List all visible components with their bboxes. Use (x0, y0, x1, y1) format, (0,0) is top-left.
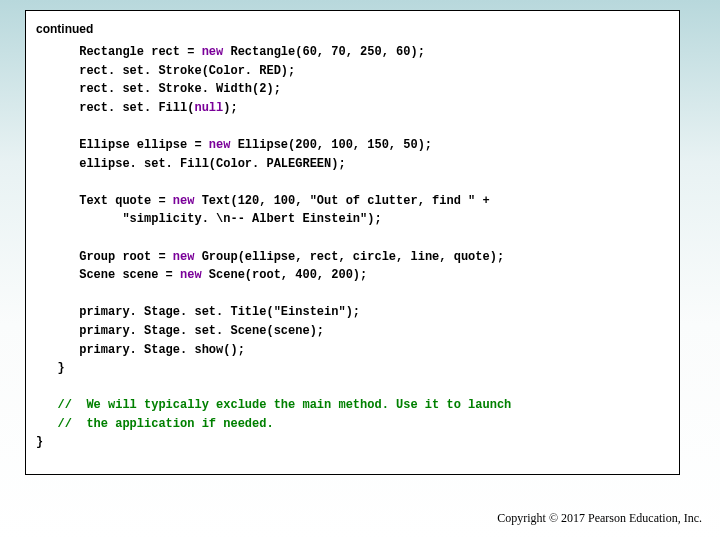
keyword-null: null (194, 101, 223, 115)
comment-line: // We will typically exclude the main me… (36, 398, 511, 412)
code-line: rect. set. Fill( (36, 101, 194, 115)
comment-line: // the application if needed. (36, 417, 274, 431)
keyword-new: new (209, 138, 231, 152)
code-line: primary. Stage. set. Title("Einstein"); (36, 305, 360, 319)
code-line: rect. set. Stroke. Width(2); (36, 82, 281, 96)
code-line: Text(120, 100, "Out of clutter, find " + (194, 194, 489, 208)
code-line: Rectangle rect = (36, 45, 202, 59)
code-line: Group(ellipse, rect, circle, line, quote… (194, 250, 504, 264)
code-line: Ellipse ellipse = (36, 138, 209, 152)
keyword-new: new (180, 268, 202, 282)
code-line: Group root = (36, 250, 173, 264)
code-line: Text quote = (36, 194, 173, 208)
code-line: Rectangle(60, 70, 250, 60); (223, 45, 425, 59)
code-line: rect. set. Stroke(Color. RED); (36, 64, 295, 78)
code-box: continued Rectangle rect = new Rectangle… (25, 10, 680, 475)
code-line: } (36, 361, 65, 375)
code-line: ); (223, 101, 237, 115)
code-line: primary. Stage. show(); (36, 343, 245, 357)
code-line: ellipse. set. Fill(Color. PALEGREEN); (36, 157, 346, 171)
code-line: Scene scene = (36, 268, 180, 282)
code-line: "simplicity. \n-- Albert Einstein"); (36, 212, 382, 226)
code-line: Ellipse(200, 100, 150, 50); (230, 138, 432, 152)
continued-label: continued (36, 22, 93, 36)
copyright-text: Copyright © 2017 Pearson Education, Inc. (497, 511, 702, 526)
code-line: } (36, 435, 43, 449)
code-line: primary. Stage. set. Scene(scene); (36, 324, 324, 338)
keyword-new: new (173, 250, 195, 264)
code-block: Rectangle rect = new Rectangle(60, 70, 2… (36, 43, 669, 452)
code-line: Scene(root, 400, 200); (202, 268, 368, 282)
keyword-new: new (173, 194, 195, 208)
keyword-new: new (202, 45, 224, 59)
